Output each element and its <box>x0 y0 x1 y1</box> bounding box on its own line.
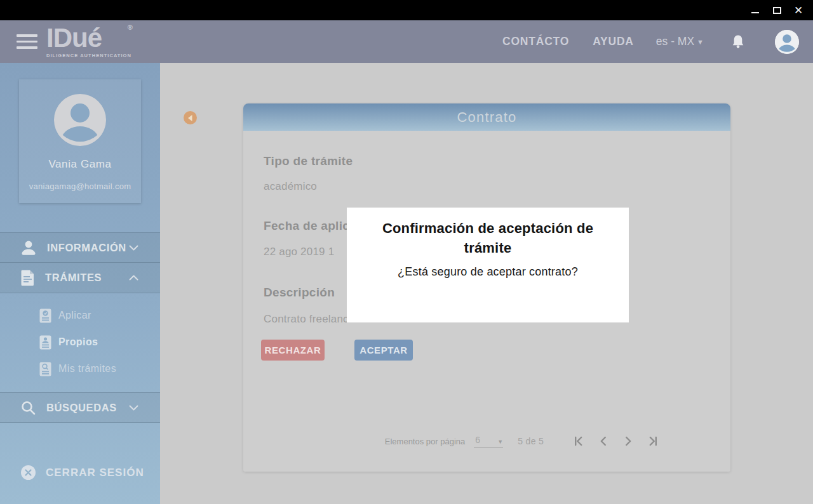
card-header: Contrato <box>243 103 730 131</box>
sidebar-subitem-label: Aplicar <box>58 310 91 321</box>
sidebar-subitem-propios[interactable]: Propios <box>0 329 160 355</box>
field-label-tipo: Tipo de trámite <box>264 154 353 168</box>
minimize-icon <box>751 12 759 13</box>
profile-name: Vania Gama <box>48 158 111 171</box>
profile-email: vaniagamag@hotmail.com <box>29 182 131 191</box>
back-arrow-icon <box>187 114 194 122</box>
language-value: es - MX <box>656 35 694 48</box>
field-label-descripcion: Descripción <box>264 286 335 300</box>
circle-x-icon <box>21 465 36 480</box>
chevron-down-icon <box>129 245 138 251</box>
sidebar-item-label: INFORMACIÓN <box>47 242 126 254</box>
app-header: IDué® DILIGENCE AUTHENTICATION CONTÁCTO … <box>0 20 813 63</box>
sidebar-item-tramites[interactable]: TRÁMITES <box>0 263 160 293</box>
sidebar-nav: INFORMACIÓN TRÁMITES <box>0 232 160 423</box>
sidebar-subitem-aplicar[interactable]: Aplicar <box>0 302 160 329</box>
logout-label: CERRAR SESIÓN <box>46 467 144 479</box>
chevron-down-icon: ▼ <box>697 38 704 46</box>
avatar-person-icon <box>54 94 106 146</box>
field-value-tipo: académico <box>264 180 317 193</box>
hamburger-menu-button[interactable] <box>15 32 39 51</box>
maximize-button[interactable] <box>766 0 788 20</box>
profile-card: Vania Gama vaniagamag@hotmail.com <box>19 79 141 203</box>
confirmation-modal: Confirmación de aceptación de trámite ¿E… <box>347 208 629 322</box>
back-button[interactable] <box>184 111 197 124</box>
first-page-button[interactable] <box>573 435 584 447</box>
window-titlebar: ✕ <box>0 0 813 20</box>
nav-contacto-link[interactable]: CONTÁCTO <box>502 35 569 48</box>
dropdown-caret-icon: ▼ <box>497 439 503 445</box>
language-selector[interactable]: es - MX ▼ <box>656 35 704 48</box>
sidebar-item-busquedas[interactable]: BÚSQUEDAS <box>0 392 160 423</box>
profile-avatar <box>54 94 106 146</box>
modal-message: ¿Está seguro de aceptar contrato? <box>398 265 578 279</box>
modal-title: Confirmación de aceptación de trámite <box>376 218 600 258</box>
sidebar-item-label: TRÁMITES <box>45 272 102 284</box>
avatar-person-icon <box>775 30 799 54</box>
user-avatar-button[interactable] <box>775 30 799 54</box>
sidebar-subitem-label: Propios <box>58 336 98 348</box>
items-per-page-select[interactable]: 6 ▼ <box>474 435 503 448</box>
search-icon <box>21 401 36 415</box>
doc-search-icon <box>39 362 51 376</box>
app-logo: IDué® DILIGENCE AUTHENTICATION <box>46 25 131 58</box>
accept-button[interactable]: ACEPTAR <box>354 340 413 361</box>
document-icon <box>21 270 34 286</box>
minimize-button[interactable] <box>744 0 766 20</box>
sidebar-subitem-mis-tramites[interactable]: Mis trámites <box>0 355 160 382</box>
chevron-right-icon <box>622 435 634 447</box>
page-range-label: 5 de 5 <box>518 436 544 446</box>
reject-button[interactable]: RECHAZAR <box>261 340 325 361</box>
logo-tagline: DILIGENCE AUTHENTICATION <box>46 53 131 58</box>
tramites-submenu: Aplicar Propios <box>0 293 160 392</box>
logo-text: IDué® <box>46 25 131 51</box>
chevron-left-icon <box>598 435 609 447</box>
field-value-descripcion: Contrato freelance <box>264 313 354 326</box>
sidebar-subitem-label: Mis trámites <box>58 363 116 375</box>
maximize-icon <box>773 7 781 14</box>
hamburger-icon <box>17 34 37 37</box>
sidebar: Vania Gama vaniagamag@hotmail.com INFORM… <box>0 63 160 504</box>
sidebar-item-label: BÚSQUEDAS <box>46 402 117 414</box>
close-button[interactable]: ✕ <box>788 0 809 20</box>
doc-check-icon <box>39 308 51 323</box>
close-icon: ✕ <box>794 5 803 16</box>
per-page-value: 6 <box>474 435 480 445</box>
last-page-button[interactable] <box>647 435 659 447</box>
chevron-up-icon <box>129 275 138 281</box>
header-nav: CONTÁCTO AYUDA es - MX ▼ <box>502 30 799 54</box>
pagination-controls <box>573 435 659 447</box>
pagination: Elementos por página 6 ▼ 5 de 5 <box>243 432 730 451</box>
card-title: Contrato <box>457 109 517 126</box>
first-page-icon <box>573 435 584 447</box>
person-icon <box>21 240 36 256</box>
next-page-button[interactable] <box>622 435 634 447</box>
field-value-fecha: 22 ago 2019 1 <box>264 246 334 258</box>
sidebar-item-informacion[interactable]: INFORMACIÓN <box>0 232 160 263</box>
items-per-page-label: Elementos por página <box>385 437 465 446</box>
notifications-button[interactable] <box>732 34 744 49</box>
bell-icon <box>732 34 744 49</box>
doc-person-icon <box>39 335 51 350</box>
registered-mark: ® <box>128 24 132 31</box>
prev-page-button[interactable] <box>598 435 609 447</box>
logout-button[interactable]: CERRAR SESIÓN <box>21 465 144 480</box>
last-page-icon <box>647 435 659 447</box>
nav-ayuda-link[interactable]: AYUDA <box>593 35 634 48</box>
chevron-down-icon <box>129 405 138 411</box>
